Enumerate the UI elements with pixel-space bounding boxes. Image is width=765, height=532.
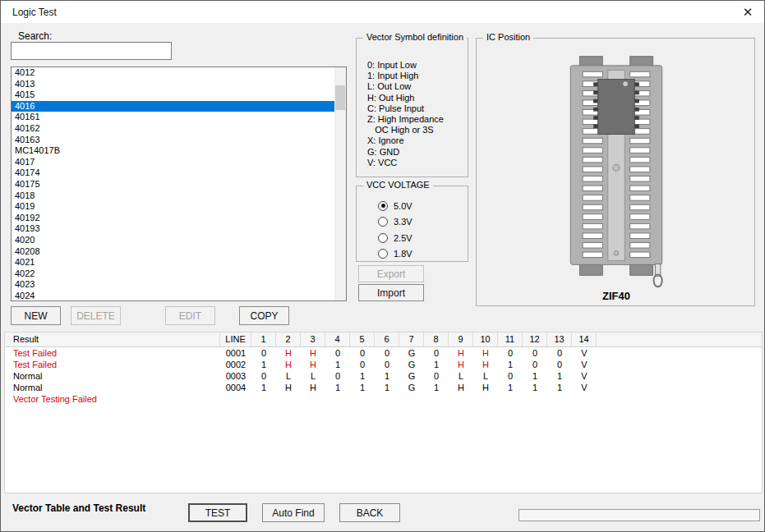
vector-cell: L — [276, 370, 301, 382]
list-item-4017[interactable]: 4017 — [12, 157, 334, 168]
scrollbar-thumb[interactable] — [335, 85, 345, 110]
table-row[interactable]: Test Failed00010HH000G0HH000V — [5, 347, 762, 359]
list-item-40192[interactable]: 40192 — [12, 213, 334, 224]
vector-cell: 0 — [523, 359, 547, 370]
list-item-4019[interactable]: 4019 — [12, 201, 334, 213]
vector-symbol-line: L: Out Low — [367, 81, 468, 92]
vector-cell: 1 — [251, 359, 276, 370]
vector-cell: 1 — [547, 370, 572, 382]
column-header-Result[interactable]: Result — [5, 332, 220, 346]
delete-button: DELETE — [71, 306, 121, 325]
column-header-3[interactable]: 3 — [301, 332, 325, 346]
list-item-4022[interactable]: 4022 — [12, 268, 334, 280]
vcc-option-label: 3.3V — [394, 217, 412, 227]
column-header-14[interactable]: 14 — [572, 332, 597, 346]
device-list[interactable]: 4012401340154016401614016240163MC14017B4… — [11, 66, 347, 301]
column-header-6[interactable]: 6 — [375, 332, 399, 346]
vector-cell: 1 — [350, 370, 375, 382]
table-row[interactable]: Normal00030LL011G0LL011V — [5, 370, 762, 382]
list-item-4020[interactable]: 4020 — [12, 235, 334, 246]
vector-symbol-line: 1: Input High — [367, 71, 468, 81]
vector-cell: H — [276, 347, 301, 359]
list-item-4021[interactable]: 4021 — [12, 257, 334, 268]
window-title: Logic Test — [12, 7, 57, 18]
column-header-12[interactable]: 12 — [523, 332, 547, 346]
column-header-13[interactable]: 13 — [547, 332, 572, 346]
vector-cell: 0 — [498, 347, 523, 359]
list-item-4012[interactable]: 4012 — [12, 67, 334, 79]
column-header-8[interactable]: 8 — [424, 332, 449, 346]
vcc-option-label: 1.8V — [394, 249, 412, 259]
vector-cell: 0 — [424, 347, 449, 359]
back-button[interactable]: BACK — [339, 503, 400, 522]
line-cell — [220, 393, 251, 405]
list-item-40174[interactable]: 40174 — [12, 167, 334, 179]
vector-symbol-lines: 0: Input Low1: Input HighL: Out LowH: Ou… — [357, 39, 468, 168]
list-item-40163[interactable]: 40163 — [12, 135, 334, 146]
table-row[interactable]: Test Failed00021HH100G1HH100V — [5, 359, 762, 370]
list-item-40175[interactable]: 40175 — [12, 179, 334, 190]
edit-button: EDIT — [165, 306, 215, 325]
vector-cell: 1 — [350, 382, 375, 393]
vector-cell: 1 — [325, 382, 350, 393]
logic-test-dialog: Logic Test ✕ Search: 4012401340154016401… — [0, 0, 765, 532]
column-header-LINE[interactable]: LINE — [220, 332, 251, 346]
close-icon[interactable]: ✕ — [739, 3, 757, 21]
result-table-header: ResultLINE1234567891011121314 — [5, 332, 762, 347]
list-item-40162[interactable]: 40162 — [12, 123, 334, 135]
vector-symbol-line: Z: High Impedance — [367, 114, 468, 125]
search-label: Search: — [18, 30, 52, 42]
radio-icon — [378, 249, 388, 259]
vector-symbol-line: V: VCC — [367, 158, 468, 168]
vcc-option-5.0V[interactable]: 5.0V — [378, 198, 468, 214]
column-header-1[interactable]: 1 — [251, 332, 276, 346]
column-header-10[interactable]: 10 — [473, 332, 498, 346]
ic-chip-icon — [593, 80, 639, 135]
copy-button[interactable]: COPY — [239, 306, 289, 325]
result-table-body: Test Failed00010HH000G0HH000VTest Failed… — [5, 347, 762, 405]
auto-find-button[interactable]: Auto Find — [262, 503, 325, 522]
list-item-MC14017B[interactable]: MC14017B — [12, 145, 334, 157]
table-row[interactable]: Vector Testing Failed — [5, 393, 762, 405]
list-scrollbar[interactable] — [334, 67, 346, 300]
list-item-4016[interactable]: 4016 — [12, 101, 334, 112]
column-header-7[interactable]: 7 — [399, 332, 424, 346]
radio-icon — [378, 217, 388, 227]
vcc-voltage-group-title: VCC VOLTAGE — [363, 180, 433, 190]
table-row[interactable]: Normal00041HH111G1HH111V — [5, 382, 762, 393]
column-header-2[interactable]: 2 — [276, 332, 301, 346]
line-cell: 0002 — [220, 359, 251, 370]
list-item-4018[interactable]: 4018 — [12, 190, 334, 202]
import-button[interactable]: Import — [358, 284, 424, 301]
test-button[interactable]: TEST — [188, 503, 247, 522]
column-header-4[interactable]: 4 — [325, 332, 350, 346]
vector-cell: H — [301, 359, 325, 370]
column-header-11[interactable]: 11 — [498, 332, 523, 346]
vector-cell: G — [399, 347, 424, 359]
vector-cell: H — [276, 382, 301, 393]
line-cell: 0003 — [220, 370, 251, 382]
column-header-5[interactable]: 5 — [350, 332, 375, 346]
list-item-40161[interactable]: 40161 — [12, 112, 334, 123]
vector-cell: 0 — [350, 359, 375, 370]
list-item-40208[interactable]: 40208 — [12, 246, 334, 258]
vector-cell: 0 — [350, 347, 375, 359]
list-item-4023[interactable]: 4023 — [12, 279, 334, 291]
vector-cell: L — [473, 370, 498, 382]
vector-cell: 0 — [325, 370, 350, 382]
new-button[interactable]: NEW — [11, 306, 61, 325]
list-item-4013[interactable]: 4013 — [12, 79, 334, 90]
vcc-option-2.5V[interactable]: 2.5V — [378, 230, 468, 246]
vector-cell: H — [449, 382, 473, 393]
vector-cell: 1 — [498, 382, 523, 393]
vcc-option-1.8V[interactable]: 1.8V — [378, 246, 468, 263]
vcc-voltage-group: VCC VOLTAGE 5.0V3.3V2.5V1.8V — [356, 186, 468, 262]
column-header-9[interactable]: 9 — [449, 332, 473, 346]
vector-cell: 0 — [375, 359, 399, 370]
list-item-4015[interactable]: 4015 — [12, 89, 334, 101]
bottom-status-label: Vector Table and Test Result — [12, 502, 145, 514]
list-item-40193[interactable]: 40193 — [12, 223, 334, 235]
list-item-4024[interactable]: 4024 — [12, 291, 334, 300]
search-input[interactable] — [11, 42, 172, 60]
vcc-option-3.3V[interactable]: 3.3V — [378, 214, 468, 231]
